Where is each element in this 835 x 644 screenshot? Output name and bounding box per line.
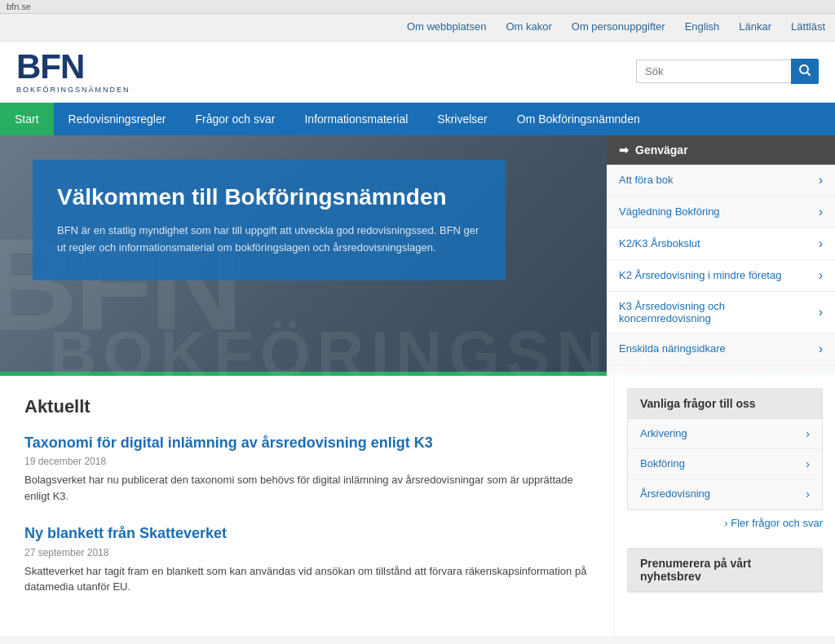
top-bar: Om webbplatsen Om kakor Om personuppgift… xyxy=(0,14,835,42)
aktuellt-section: Aktuellt Taxonomi för digital inlämning … xyxy=(0,376,615,636)
logo-area: BFN BOKFÖRINGSNÄMNDEN xyxy=(16,50,130,94)
chevron-right-icon: › xyxy=(806,427,810,440)
genvagar-k3-arsredovisning[interactable]: K3 Årsredovisning och koncernredovisning… xyxy=(607,292,835,333)
search-input[interactable] xyxy=(636,60,791,83)
chevron-right-icon: › xyxy=(819,236,823,251)
svg-line-1 xyxy=(807,73,810,75)
prenumerera-box: Prenumerera på vårt nyhetsbrev xyxy=(627,548,823,593)
chevron-right-icon: › xyxy=(806,487,810,501)
news-desc-1: Bolagsverket har nu publicerat den taxon… xyxy=(24,472,590,504)
genvagar-k2-arsredovisning[interactable]: K2 Årsredovisning i mindre företag › xyxy=(607,260,835,292)
news-desc-2: Skatteverket har tagit fram en blankett … xyxy=(24,563,590,595)
news-title-2[interactable]: Ny blankett från Skatteverket xyxy=(24,524,590,543)
genvagar-header: ➡ Genvägar xyxy=(607,135,835,165)
fler-fragor-anchor[interactable]: › Fler frågor och svar xyxy=(724,517,823,529)
genvagar-panel: ➡ Genvägar Att föra bok › Vägledning Bok… xyxy=(607,135,835,376)
site-header: BFN BOKFÖRINGSNÄMNDEN xyxy=(0,42,835,103)
genvagar-ideella-foreningar[interactable]: Ideella föreningar › xyxy=(607,365,835,376)
chevron-right-icon: › xyxy=(806,457,810,470)
prenumerera-title: Prenumerera på vårt nyhetsbrev xyxy=(628,549,822,592)
logo-subtitle: BOKFÖRINGSNÄMNDEN xyxy=(16,86,130,94)
nav-om-bfn[interactable]: Om Bokföringsnämnden xyxy=(502,103,655,135)
genvagar-k2-k3-arsbokslut[interactable]: K2/K3 Årsbokslut › xyxy=(607,228,835,260)
topbar-om-personuppgifter[interactable]: Om personuppgifter xyxy=(570,15,667,39)
genvagar-vagledning-bokforing[interactable]: Vägledning Bokföring › xyxy=(607,196,835,228)
genvagar-enskilda-naringsidkare[interactable]: Enskilda näringsidkare › xyxy=(607,333,835,365)
vanliga-fragor-box: Vanliga frågor till oss Arkivering › Bok… xyxy=(627,388,823,510)
topbar-lattlast[interactable]: Lättläst xyxy=(789,15,827,39)
logo-main: BFN xyxy=(16,50,84,84)
hero-description: BFN är en statlig myndighet som har till… xyxy=(57,223,481,257)
vf-arsredovisning[interactable]: Årsredovisning › xyxy=(628,479,822,509)
topbar-om-kakor[interactable]: Om kakor xyxy=(504,15,553,39)
chevron-right-icon: › xyxy=(819,205,823,219)
main-navigation: Start Redovisningsregler Frågor och svar… xyxy=(0,103,835,135)
chevron-right-icon: › xyxy=(819,342,823,356)
hero-section: BFN BOKFÖRINGSNÄMNDEN Välkommen till Bok… xyxy=(0,135,835,376)
arrow-icon: ➡ xyxy=(619,143,629,157)
search-button[interactable] xyxy=(791,59,819,84)
sidebar: Vanliga frågor till oss Arkivering › Bok… xyxy=(615,376,835,636)
nav-fragor-svar[interactable]: Frågor och svar xyxy=(180,103,289,135)
nav-informationsmaterial[interactable]: Informationsmaterial xyxy=(289,103,422,135)
main-content: Aktuellt Taxonomi för digital inlämning … xyxy=(0,376,835,636)
news-item-1: Taxonomi för digital inlämning av årsred… xyxy=(24,434,590,504)
search-area xyxy=(636,59,819,84)
nav-redovisningsregler[interactable]: Redovisningsregler xyxy=(54,103,181,135)
chevron-right-icon: › xyxy=(819,373,823,376)
topbar-english[interactable]: English xyxy=(683,15,722,39)
nav-skrivelser[interactable]: Skrivelser xyxy=(422,103,501,135)
genvagar-att-fora-bok[interactable]: Att föra bok › xyxy=(607,165,835,196)
fler-fragor-link: › Fler frågor och svar xyxy=(627,510,823,536)
chevron-right-icon: › xyxy=(819,305,823,320)
chevron-right-icon: › xyxy=(819,268,823,283)
news-date-2: 27 september 2018 xyxy=(24,547,590,558)
hero-title: Välkommen till Bokföringsnämnden xyxy=(57,184,481,210)
chevron-right-icon: › xyxy=(819,173,823,187)
news-date-1: 19 december 2018 xyxy=(24,456,590,467)
browser-url-bar: bfn.se xyxy=(0,0,835,14)
topbar-om-webbplatsen[interactable]: Om webbplatsen xyxy=(405,15,488,39)
news-title-1[interactable]: Taxonomi för digital inlämning av årsred… xyxy=(24,434,590,452)
nav-start[interactable]: Start xyxy=(0,103,54,135)
vf-bokforing[interactable]: Bokföring › xyxy=(628,449,822,479)
hero-content-box: Välkommen till Bokföringsnämnden BFN är … xyxy=(33,160,506,281)
vf-arkivering[interactable]: Arkivering › xyxy=(628,419,822,449)
aktuellt-title: Aktuellt xyxy=(24,396,590,417)
vanliga-fragor-title: Vanliga frågor till oss xyxy=(628,389,822,419)
topbar-lankar[interactable]: Länkar xyxy=(737,15,773,39)
news-item-2: Ny blankett från Skatteverket 27 septemb… xyxy=(24,524,590,594)
